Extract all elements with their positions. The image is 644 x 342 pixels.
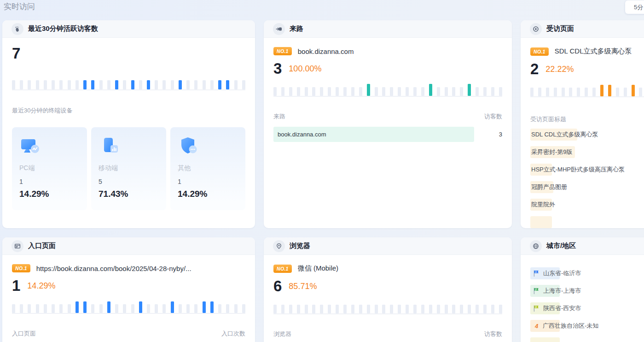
minute-bar: [343, 305, 347, 313]
minute-bar: [483, 305, 487, 313]
minute-bar: [445, 305, 448, 313]
region-row[interactable]: 3陕西省-西安市: [530, 302, 644, 314]
referrer-table-row[interactable]: book.dizanna.com3: [273, 127, 502, 142]
minute-bar: [297, 305, 300, 313]
minute-bar: [375, 87, 378, 96]
page-title-row[interactable]: HSP立式-MHP卧式多级高压离心泵: [530, 164, 644, 176]
minute-bar: [281, 87, 284, 96]
minute-bar: [91, 304, 94, 313]
card-browsers: 浏览器 NO.1 微信 (Mobile) 6 85.71% 浏览器 访客数: [264, 237, 512, 342]
page-title-row[interactable]: 采昇密封-第9版: [530, 146, 644, 158]
minute-bar: [226, 304, 229, 313]
minute-bar: [452, 87, 455, 96]
minute-bar: [155, 304, 158, 313]
active-minute-bar: [83, 80, 87, 89]
minute-bar: [242, 304, 245, 313]
page-title-label: 院里院外: [530, 200, 555, 209]
minute-bar: [413, 87, 417, 96]
page-title-row[interactable]: SDL CDL立式多级离心泵: [530, 129, 644, 141]
page-title-row[interactable]: 院里院外: [530, 199, 644, 211]
device-stats: PC端 1 14.29%: [12, 127, 245, 210]
minute-bar: [12, 80, 15, 89]
minute-bar: [460, 305, 463, 313]
desktop-icon: [19, 136, 80, 158]
eye-icon: [530, 23, 542, 35]
minute-bar: [343, 87, 347, 96]
minute-bar: [382, 87, 385, 96]
minute-bar: [359, 87, 362, 96]
referrer-visitor-count: 3: [273, 60, 282, 77]
minute-bar: [351, 87, 354, 96]
minute-bar: [44, 80, 47, 89]
active-minute-bar: [131, 80, 134, 89]
minute-bar: [297, 87, 300, 96]
minute-bar-chart: [273, 84, 502, 97]
region-row[interactable]: 1山东省-临沂市: [530, 267, 644, 279]
active-minute-bar: [139, 301, 142, 313]
minute-bar: [171, 80, 174, 89]
realtime-visits-dashboard: 实时访问 5分 最近30分钟活跃访客数 7: [0, 0, 644, 342]
minute-bar: [359, 305, 362, 313]
card-city-region: 城市/地区 1山东省-临沂市2上海市-上海市3陕西省-西安市4广西壮族自治区-未…: [521, 237, 644, 342]
minute-bar: [162, 80, 166, 89]
minute-bar: [281, 305, 284, 313]
minute-bar: [421, 87, 424, 96]
no1-badge: NO.1: [12, 264, 30, 272]
column-header-visitors: 访客数: [484, 112, 502, 121]
minute-bar: [147, 304, 150, 313]
device-percent: 71.43%: [99, 189, 159, 199]
minute-bar: [20, 304, 23, 313]
entry-count: 1: [12, 277, 20, 294]
top-page-link[interactable]: SDL CDL立式多级离心泵: [555, 47, 632, 56]
minute-bar: [577, 88, 580, 96]
card-title: 城市/地区: [546, 242, 576, 250]
minute-bar-chart: [530, 85, 644, 97]
region-label: 广西壮族自治区-未知: [543, 322, 598, 330]
top-entry-url-link[interactable]: https://book.dizanna.com/book/2025/04-28…: [36, 265, 191, 272]
no1-badge: NO.1: [530, 47, 549, 56]
region-row[interactable]: 2上海市-上海市: [530, 285, 644, 297]
minute-bar: [437, 87, 440, 96]
minute-bar: [194, 80, 197, 89]
column-header-referrer: 来路: [273, 112, 285, 121]
minute-bar: [530, 88, 534, 96]
svg-text:1: 1: [535, 271, 537, 273]
time-filter-button[interactable]: 5分: [625, 0, 644, 14]
minute-bar: [242, 80, 245, 89]
minute-bar: [554, 88, 557, 96]
active-minute-bar: [203, 301, 206, 313]
minute-bar: [592, 88, 596, 96]
page-list-label: 受访页面标题: [530, 115, 644, 124]
minute-bar: [59, 304, 63, 313]
device-value: 1: [19, 178, 80, 185]
minute-bar: [452, 305, 455, 313]
minute-bar: [305, 87, 308, 96]
region-label: 山东省-临沂市: [543, 269, 581, 277]
minute-bar: [390, 87, 393, 96]
card-active-visitors: 最近30分钟活跃访客数 7 最近30分钟的终端设备: [2, 20, 255, 228]
card-grid: 最近30分钟活跃访客数 7 最近30分钟的终端设备: [2, 20, 644, 342]
page-title-label: HSP立式-MHP卧式多级高压离心泵: [530, 165, 625, 174]
region-row[interactable]: 4广西壮族自治区-未知: [530, 320, 644, 332]
minute-bar: [538, 88, 541, 96]
minute-bar: [44, 304, 47, 313]
minute-bar: [375, 305, 378, 313]
minute-bar: [413, 305, 417, 313]
globe-icon: [530, 240, 542, 252]
minute-bar: [99, 304, 103, 313]
page-title-row[interactable]: 冠爵产品图册: [530, 181, 644, 193]
page-title-rows: SDL CDL立式多级离心泵采昇密封-第9版HSP立式-MHP卧式多级高压离心泵…: [530, 129, 644, 228]
minute-bar: [186, 304, 190, 313]
minute-bar: [99, 80, 103, 89]
top-referrer-link[interactable]: book.dizanna.com: [298, 47, 354, 55]
active-minute-bar: [226, 80, 229, 89]
minute-bar: [186, 80, 190, 89]
top-browser[interactable]: 微信 (Mobile): [298, 264, 338, 273]
card-referrer: 来路 NO.1 book.dizanna.com 3 100.00% 来路 访客…: [264, 20, 512, 228]
device-label: PC端: [19, 164, 80, 172]
minute-bar: [107, 80, 110, 89]
device-label: 其他: [178, 164, 238, 172]
device-tile-other: 其他 1 14.29%: [170, 127, 245, 210]
minute-bar: [36, 304, 39, 313]
card-city-region-header: 城市/地区: [521, 237, 644, 255]
